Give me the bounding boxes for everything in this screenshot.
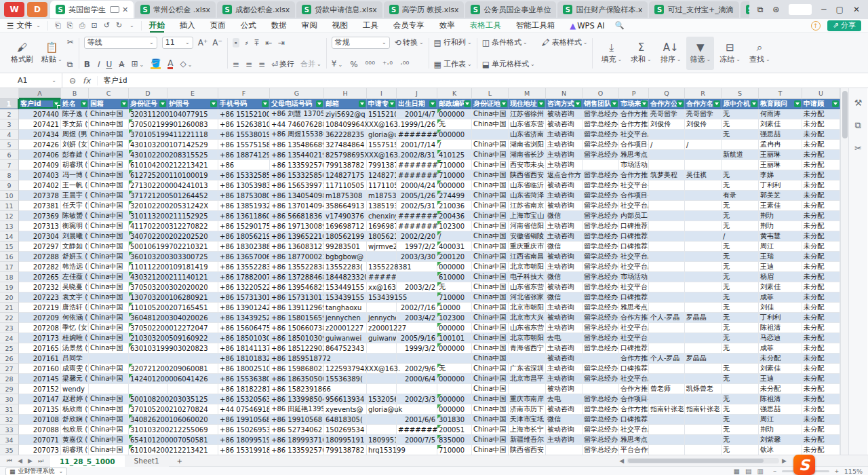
- cell[interactable]: 微信: [546, 272, 583, 282]
- cell[interactable]: +86 15263810: [218, 119, 270, 130]
- header-cell[interactable]: 手机号码: [218, 99, 270, 109]
- add-sheet-button[interactable]: ＋: [169, 455, 191, 467]
- cell[interactable]: 无: [437, 282, 472, 292]
- cell[interactable]: 电子科技大: [509, 272, 546, 282]
- cell[interactable]: 未分配: [802, 313, 840, 323]
- cell[interactable]: +86 1877000215: [270, 252, 324, 262]
- cell[interactable]: +86 1971300890: [270, 221, 324, 231]
- table-row[interactable]: 10207378王晨宇 (男China中国371721200501264452+…: [0, 191, 840, 201]
- cell[interactable]: 710000: [437, 170, 472, 180]
- table-style-button[interactable]: 🖍表格样式⌄: [542, 37, 588, 48]
- cell[interactable]: /: [437, 140, 472, 150]
- cell[interactable]: 雅思考点,: [619, 303, 649, 313]
- row-number[interactable]: 21: [0, 303, 19, 313]
- cell[interactable]: [397, 272, 437, 282]
- cell[interactable]: 207147: [19, 394, 61, 404]
- cell[interactable]: +86 1565399710: [270, 180, 324, 191]
- cell[interactable]: 207434: [19, 130, 61, 140]
- cell[interactable]: [685, 242, 722, 252]
- cell[interactable]: China中国: [472, 333, 509, 343]
- cell[interactable]: 207223: [19, 292, 61, 303]
- cell[interactable]: 000000: [437, 343, 472, 354]
- cell[interactable]: 117110505: [324, 180, 367, 191]
- header-cell[interactable]: 姓名: [61, 99, 89, 109]
- docer-icon[interactable]: D: [27, 2, 47, 17]
- cell[interactable]: /: [649, 140, 685, 150]
- cell[interactable]: 153439155: [324, 292, 367, 303]
- cell[interactable]: wjrmve221: [367, 242, 397, 252]
- cell[interactable]: 207369: [19, 211, 61, 221]
- cell[interactable]: 上海市长宁: [509, 425, 546, 435]
- cell[interactable]: 留学总经办: [583, 435, 619, 445]
- cell[interactable]: 99283501: [324, 242, 367, 252]
- cell[interactable]: [649, 262, 685, 272]
- cell[interactable]: ########: [397, 160, 437, 170]
- cell[interactable]: +86 1335925706: [270, 445, 324, 455]
- cell[interactable]: 无: [722, 333, 759, 343]
- find-button[interactable]: ⌕查找⌄: [746, 37, 774, 70]
- cell[interactable]: 100101: [437, 333, 472, 343]
- filter-dropdown-icon[interactable]: [429, 100, 436, 107]
- cell[interactable]: 未分配: [802, 170, 840, 180]
- cell[interactable]: 956613934: [324, 394, 367, 404]
- document-tab[interactable]: S成都公积金.xlsx: [217, 1, 295, 18]
- cell[interactable]: 主动咨询: [546, 150, 583, 160]
- cell[interactable]: 返点合作方: [546, 170, 583, 180]
- cell[interactable]: 筑梦美程: [649, 170, 685, 180]
- scroll-right-icon[interactable]: ▶: [782, 457, 787, 464]
- cell[interactable]: 雅思考点,: [619, 435, 649, 445]
- cell[interactable]: 612725200110100019: [129, 170, 167, 180]
- menu-工具[interactable]: 工具: [355, 19, 386, 33]
- cell[interactable]: 刘晨曦 (女: [61, 231, 89, 242]
- cell[interactable]: [685, 272, 722, 282]
- cell[interactable]: 未分配: [802, 303, 840, 313]
- cell[interactable]: 亮哥留学: [685, 109, 722, 119]
- cell[interactable]: China中国: [472, 211, 509, 221]
- cell[interactable]: 留学总经办: [583, 119, 619, 130]
- row-number[interactable]: 32: [0, 415, 19, 425]
- cell[interactable]: China中国: [472, 170, 509, 180]
- cell[interactable]: 1355228381: [367, 262, 397, 272]
- cell[interactable]: [685, 201, 722, 211]
- cell[interactable]: 口碑推荐,: [619, 242, 649, 252]
- cell[interactable]: 合作方推荐: [619, 119, 649, 130]
- cell[interactable]: 无: [722, 374, 759, 384]
- table-header-row[interactable]: 1客户id姓名国籍身份证号护照号手机号码父母电话号码邮箱申请专用出生日期邮政编码…: [0, 99, 840, 109]
- cell[interactable]: 370503200302020020: [129, 282, 167, 292]
- cell[interactable]: 江西省南昌: [509, 252, 546, 262]
- cell[interactable]: +86 15026953: [218, 425, 270, 435]
- cell[interactable]: [649, 130, 685, 140]
- row-number[interactable]: 10: [0, 191, 19, 201]
- cell[interactable]: 被动咨询: [546, 313, 583, 323]
- cell[interactable]: 138519326: [367, 201, 397, 211]
- share-button[interactable]: ⇗分享: [827, 20, 861, 31]
- cell[interactable]: 无: [722, 435, 759, 445]
- cell[interactable]: 王素佳: [759, 201, 802, 211]
- cell[interactable]: 无: [722, 119, 759, 130]
- row-number[interactable]: 33: [0, 425, 19, 435]
- cell[interactable]: 207288: [19, 252, 61, 262]
- cell[interactable]: 64818305(: [324, 415, 367, 425]
- cell[interactable]: 主动咨询: [546, 364, 583, 374]
- cell[interactable]: 799138782: [324, 445, 367, 455]
- last-sheet-icon[interactable]: ⏭: [38, 457, 43, 465]
- cell[interactable]: +86 刘慧 137052: [270, 109, 324, 119]
- paste-button[interactable]: 📋粘贴⌄: [38, 37, 66, 70]
- select-all-corner[interactable]: [0, 88, 19, 99]
- cell[interactable]: 吴佳祺: [685, 170, 722, 180]
- cell[interactable]: 指南针张老: [685, 404, 722, 415]
- cell[interactable]: 济南市历下: [509, 404, 546, 415]
- cell[interactable]: 207088: [19, 425, 61, 435]
- cell[interactable]: 何雨涛: [759, 109, 802, 119]
- cell[interactable]: 未分配: [802, 374, 840, 384]
- cell[interactable]: 留学总经办: [583, 272, 619, 282]
- cell[interactable]: [685, 445, 722, 455]
- font-size-select[interactable]: 11⌄: [162, 37, 193, 49]
- row-number[interactable]: 3: [0, 119, 19, 130]
- row-number[interactable]: 22: [0, 313, 19, 323]
- cell[interactable]: 207108: [19, 415, 61, 425]
- cell[interactable]: 广东省深圳: [509, 364, 546, 374]
- cell[interactable]: 2003/4/2: [397, 313, 437, 323]
- cell[interactable]: +86 1582391866: [270, 384, 324, 394]
- cell[interactable]: 153449155: [324, 282, 367, 292]
